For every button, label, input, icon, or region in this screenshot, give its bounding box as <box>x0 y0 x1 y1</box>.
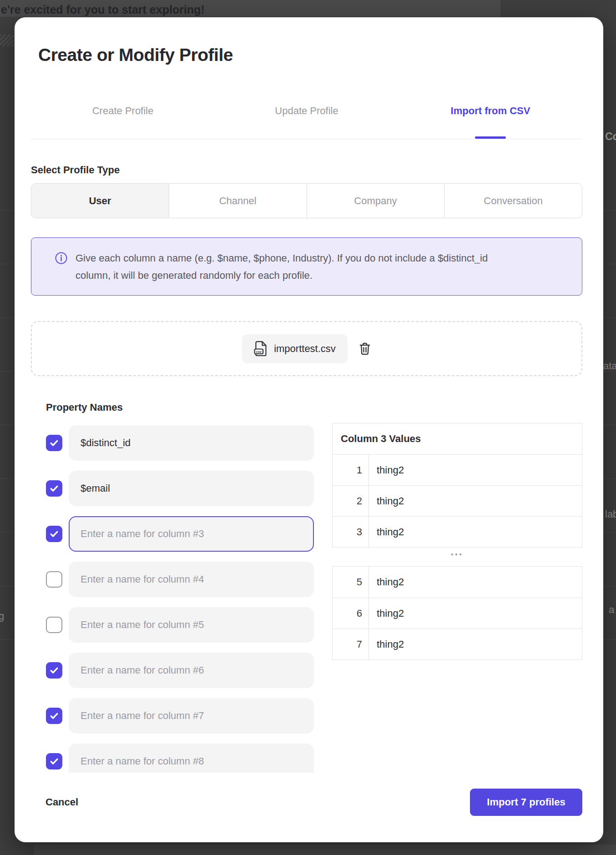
background-text-fragment: Col <box>605 131 616 143</box>
column-name-input[interactable] <box>69 698 314 734</box>
row-value: thing2 <box>369 598 582 629</box>
cancel-button[interactable]: Cancel <box>45 796 78 808</box>
tab-import-from-csv[interactable]: Import from CSV <box>399 105 582 117</box>
property-row <box>46 653 314 688</box>
property-checkbox[interactable] <box>46 435 62 451</box>
property-checkbox[interactable] <box>46 571 62 588</box>
row-index: 5 <box>333 567 369 598</box>
background-row-divider <box>0 586 14 586</box>
property-row <box>46 516 314 552</box>
dialog-tabs: Create Profile Update Profile Import fro… <box>31 105 582 139</box>
preview-rows-bottom: 5 thing2 6 thing2 7 thing2 <box>333 567 582 659</box>
background-row-divider <box>603 371 616 372</box>
column-preview-table: Column 3 Values 1 thing2 2 thing2 3 thin… <box>332 423 582 548</box>
background-text-fragment: lab <box>605 508 616 520</box>
row-index: 2 <box>333 486 369 516</box>
background-row-divider <box>603 317 616 318</box>
row-value: thing2 <box>369 567 582 598</box>
background-row-divider <box>0 210 14 211</box>
check-icon <box>49 483 60 494</box>
background-row-divider <box>0 639 14 640</box>
csv-dropzone[interactable]: csv importtest.csv <box>31 321 582 376</box>
property-rows <box>46 425 314 773</box>
table-row: 1 thing2 <box>333 454 582 485</box>
column-name-input[interactable] <box>69 562 314 597</box>
background-row-divider <box>0 532 14 533</box>
background-text-fragment: ata <box>603 360 616 372</box>
background-row-divider <box>0 264 14 264</box>
info-text: Give each column a name (e.g. $name, $ph… <box>76 250 490 284</box>
property-checkbox[interactable] <box>46 617 62 633</box>
uploaded-file-name: importtest.csv <box>274 343 336 355</box>
background-row-divider <box>0 425 14 425</box>
tab-update-profile[interactable]: Update Profile <box>215 105 399 117</box>
profile-type-segmented-control: User Channel Company Conversation <box>31 183 582 218</box>
row-index: 6 <box>333 598 369 629</box>
background-row-divider <box>603 586 616 586</box>
property-row <box>46 425 314 461</box>
property-names-label: Property Names <box>46 401 123 413</box>
background-row-divider <box>0 371 14 372</box>
profile-type-channel[interactable]: Channel <box>169 184 307 218</box>
background-row-divider <box>0 317 14 318</box>
check-icon <box>49 756 60 767</box>
background-row-divider <box>603 478 616 479</box>
property-checkbox[interactable] <box>46 480 62 497</box>
screen: e're excited for you to start exploring!… <box>0 0 616 855</box>
background-panel-edge <box>34 845 616 855</box>
check-icon <box>49 665 60 676</box>
profile-type-company[interactable]: Company <box>307 184 444 218</box>
table-row: 6 thing2 <box>333 598 582 629</box>
row-index: 3 <box>333 517 369 547</box>
row-value: thing2 <box>369 486 582 516</box>
csv-file-icon: csv <box>254 341 268 357</box>
background-texture <box>0 35 14 46</box>
profile-type-label: Select Profile Type <box>31 164 120 176</box>
check-icon <box>49 710 60 721</box>
column-name-input[interactable] <box>69 516 314 552</box>
table-row: 5 thing2 <box>333 567 582 598</box>
property-checkbox[interactable] <box>46 708 62 724</box>
column-name-input[interactable] <box>69 744 314 773</box>
row-index: 7 <box>333 629 369 659</box>
table-row: 3 thing2 <box>333 516 582 547</box>
column-preview-table-continued: 5 thing2 6 thing2 7 thing2 <box>332 566 582 660</box>
property-checkbox[interactable] <box>46 662 62 679</box>
trash-icon <box>358 342 371 356</box>
property-checkbox[interactable] <box>46 526 62 542</box>
info-icon <box>55 252 67 264</box>
profile-type-conversation[interactable]: Conversation <box>444 184 582 218</box>
tab-create-profile[interactable]: Create Profile <box>31 105 215 117</box>
background-banner: e're excited for you to start exploring! <box>0 0 500 17</box>
background-row-divider <box>603 532 616 533</box>
profile-type-user[interactable]: User <box>31 184 169 218</box>
background-row-divider <box>603 425 616 425</box>
column-name-input[interactable] <box>69 471 314 506</box>
property-checkbox[interactable] <box>46 753 62 770</box>
uploaded-file-chip[interactable]: csv importtest.csv <box>242 334 348 363</box>
row-index: 1 <box>333 455 369 485</box>
column-name-input[interactable] <box>69 653 314 688</box>
property-row <box>46 744 314 773</box>
column-name-input[interactable] <box>69 607 314 643</box>
column-name-input[interactable] <box>69 425 314 461</box>
info-callout: Give each column a name (e.g. $name, $ph… <box>31 237 582 296</box>
background-row-divider <box>603 264 616 264</box>
dialog-title: Create or Modify Profile <box>38 45 233 65</box>
background-text-fragment: g <box>0 610 4 622</box>
import-profiles-button[interactable]: Import 7 profiles <box>470 789 582 816</box>
background-banner-text: e're excited for you to start exploring! <box>1 3 205 16</box>
background-row-divider <box>603 210 616 211</box>
row-value: thing2 <box>369 455 582 485</box>
preview-table-header: Column 3 Values <box>333 423 582 454</box>
row-value: thing2 <box>369 517 582 547</box>
table-row: 2 thing2 <box>333 485 582 516</box>
active-tab-underline <box>475 136 506 139</box>
property-row <box>46 698 314 734</box>
svg-text:csv: csv <box>256 350 262 354</box>
remove-file-button[interactable] <box>358 342 371 356</box>
table-row: 7 thing2 <box>333 629 582 659</box>
preview-table-ellipsis: ••• <box>332 550 582 558</box>
background-text-fragment: a <box>609 604 614 616</box>
preview-rows-top: 1 thing2 2 thing2 3 thing2 <box>333 454 582 547</box>
